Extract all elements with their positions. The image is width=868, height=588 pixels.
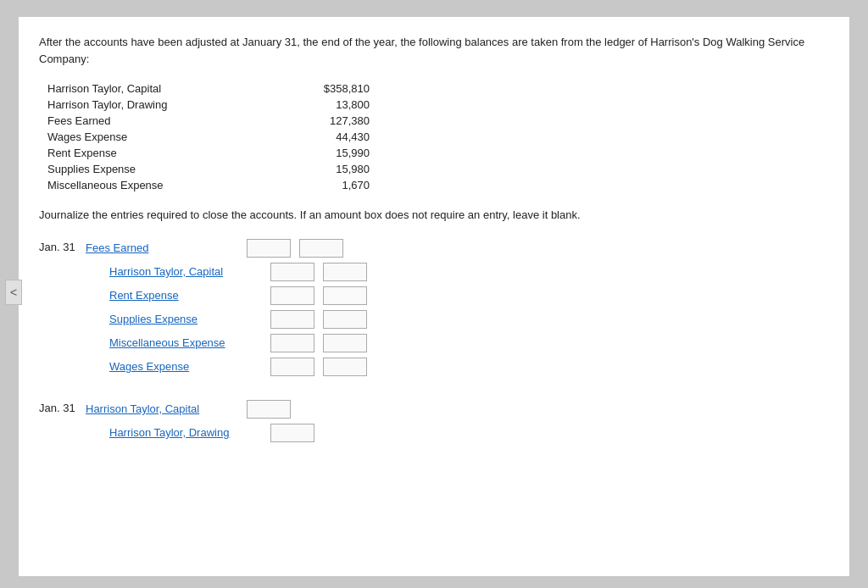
journal-entry-2: Jan. 31 Harrison Taylor, Capital Harriso… bbox=[39, 400, 829, 447]
entry1-line-rent: Rent Expense bbox=[86, 286, 829, 305]
entry1-line-supplies: Supplies Expense bbox=[86, 310, 829, 329]
account-row: Supplies Expense15,980 bbox=[47, 163, 829, 175]
entry2-line-capital: Harrison Taylor, Capital bbox=[86, 400, 829, 419]
account-name-label: Harrison Taylor, Capital bbox=[47, 82, 268, 95]
capital-credit-1[interactable] bbox=[323, 263, 367, 281]
account-value-label: 15,980 bbox=[268, 163, 370, 175]
wages-expense-link[interactable]: Wages Expense bbox=[109, 360, 262, 373]
account-row: Miscellaneous Expense1,670 bbox=[47, 179, 829, 191]
account-row: Harrison Taylor, Capital$358,810 bbox=[47, 82, 829, 95]
account-name-label: Miscellaneous Expense bbox=[47, 179, 268, 191]
account-value-label: 1,670 bbox=[268, 179, 370, 191]
account-value-label: 15,990 bbox=[268, 147, 370, 159]
supplies-debit[interactable] bbox=[270, 310, 314, 329]
account-name-label: Harrison Taylor, Drawing bbox=[47, 98, 268, 111]
rent-expense-link[interactable]: Rent Expense bbox=[109, 289, 262, 302]
account-name-label: Rent Expense bbox=[47, 147, 268, 159]
supplies-expense-link[interactable]: Supplies Expense bbox=[109, 313, 262, 325]
entry1-line-fees-earned: Fees Earned bbox=[86, 239, 829, 258]
account-value-label: 44,430 bbox=[268, 130, 370, 143]
account-name-label: Fees Earned bbox=[47, 114, 268, 127]
account-name-label: Supplies Expense bbox=[47, 163, 268, 175]
fees-earned-debit[interactable] bbox=[247, 239, 291, 258]
wages-debit[interactable] bbox=[270, 358, 314, 376]
misc-credit[interactable] bbox=[323, 334, 367, 352]
account-row: Rent Expense15,990 bbox=[47, 147, 829, 159]
misc-expense-link[interactable]: Miscellaneous Expense bbox=[109, 336, 262, 349]
entry1-lines: Fees Earned Harrison Taylor, Capital Ren… bbox=[86, 239, 829, 381]
capital-link-2[interactable]: Harrison Taylor, Capital bbox=[86, 402, 238, 415]
entry1-line-misc: Miscellaneous Expense bbox=[86, 334, 829, 352]
entry1-line-capital: Harrison Taylor, Capital bbox=[86, 263, 829, 281]
supplies-credit[interactable] bbox=[323, 310, 367, 329]
account-row: Wages Expense44,430 bbox=[47, 130, 829, 143]
wages-credit[interactable] bbox=[323, 358, 367, 376]
account-value-label: $358,810 bbox=[268, 82, 370, 95]
fees-earned-credit[interactable] bbox=[299, 239, 343, 258]
capital-link-1[interactable]: Harrison Taylor, Capital bbox=[109, 265, 262, 278]
misc-debit[interactable] bbox=[270, 334, 314, 352]
entry2-lines: Harrison Taylor, Capital Harrison Taylor… bbox=[86, 400, 829, 447]
account-row: Fees Earned127,380 bbox=[47, 114, 829, 127]
account-value-label: 127,380 bbox=[268, 114, 370, 127]
account-name-label: Wages Expense bbox=[47, 130, 268, 143]
entry1-date: Jan. 31 bbox=[39, 239, 86, 253]
journal-entry-1: Jan. 31 Fees Earned Harrison Taylor, Cap… bbox=[39, 239, 829, 381]
accounts-table: Harrison Taylor, Capital$358,810Harrison… bbox=[47, 82, 829, 191]
instruction-text: Journalize the entries required to close… bbox=[39, 207, 829, 224]
capital-debit-1[interactable] bbox=[270, 263, 314, 281]
drawing-credit[interactable] bbox=[270, 424, 314, 442]
entry2-date: Jan. 31 bbox=[39, 400, 86, 414]
entry2-line-drawing: Harrison Taylor, Drawing bbox=[86, 424, 829, 442]
journal-section: Jan. 31 Fees Earned Harrison Taylor, Cap… bbox=[39, 239, 829, 447]
account-value-label: 13,800 bbox=[268, 98, 370, 111]
nav-arrow[interactable]: < bbox=[5, 280, 22, 305]
page-container: < After the accounts have been adjusted … bbox=[19, 17, 849, 576]
entry1-line-wages: Wages Expense bbox=[86, 358, 829, 376]
fees-earned-link[interactable]: Fees Earned bbox=[86, 241, 238, 254]
capital-debit-2[interactable] bbox=[247, 400, 291, 419]
intro-text: After the accounts have been adjusted at… bbox=[39, 34, 829, 67]
rent-debit[interactable] bbox=[270, 286, 314, 305]
account-row: Harrison Taylor, Drawing13,800 bbox=[47, 98, 829, 111]
rent-credit[interactable] bbox=[323, 286, 367, 305]
drawing-link[interactable]: Harrison Taylor, Drawing bbox=[109, 426, 262, 439]
